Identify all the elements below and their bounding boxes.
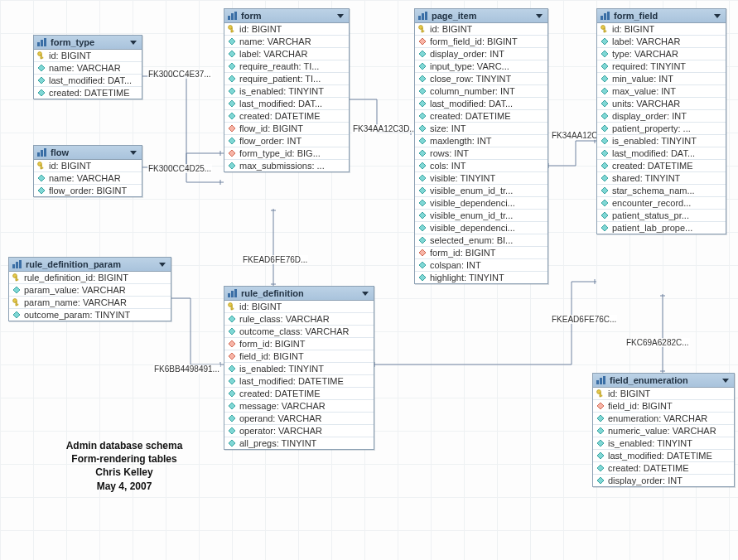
entity-header[interactable]: flow: [34, 146, 142, 160]
column-row[interactable]: max_value: INT: [597, 85, 726, 98]
column-row[interactable]: created: DATETIME: [224, 110, 349, 123]
column-row[interactable]: flow_id: BIGINT: [224, 123, 349, 135]
column-row[interactable]: name: VARCHAR: [34, 172, 142, 185]
column-row[interactable]: display_order: INT: [597, 110, 726, 123]
chevron-down-icon[interactable]: [714, 14, 721, 18]
column-row[interactable]: field_id: BIGINT: [593, 400, 734, 413]
chevron-down-icon[interactable]: [536, 14, 543, 18]
column-row[interactable]: require_reauth: TI...: [224, 60, 349, 73]
entity-field_enumeration[interactable]: field_enumerationid: BIGINTfield_id: BIG…: [592, 373, 735, 487]
column-row[interactable]: outcome_class: VARCHAR: [224, 326, 374, 338]
entity-flow[interactable]: flowid: BIGINTname: VARCHARflow_order: B…: [33, 145, 142, 197]
column-row[interactable]: maxlength: INT: [415, 135, 547, 147]
column-row[interactable]: require_patient: TI...: [224, 73, 349, 85]
column-row[interactable]: created: DATETIME: [597, 160, 726, 172]
column-row[interactable]: required: TINYINT: [597, 60, 726, 73]
entity-page_item[interactable]: page_itemid: BIGINTform_field_id: BIGINT…: [414, 8, 548, 284]
column-row[interactable]: last_modified: DAT...: [415, 98, 547, 110]
column-row[interactable]: operator: VARCHAR: [224, 425, 374, 437]
entity-header[interactable]: field_enumeration: [593, 374, 734, 388]
column-row[interactable]: id: BIGINT: [224, 23, 349, 36]
column-row[interactable]: type: VARCHAR: [597, 48, 726, 60]
column-row[interactable]: selected_enum: BI...: [415, 234, 547, 247]
column-row[interactable]: id: BIGINT: [415, 23, 547, 36]
column-row[interactable]: highlight: TINYINT: [415, 272, 547, 283]
column-row[interactable]: visible_dependenci...: [415, 197, 547, 210]
column-row[interactable]: visible_dependenci...: [415, 222, 547, 234]
column-row[interactable]: form_field_id: BIGINT: [415, 36, 547, 48]
column-row[interactable]: flow_order: INT: [224, 135, 349, 147]
column-row[interactable]: name: VARCHAR: [224, 36, 349, 48]
column-row[interactable]: message: VARCHAR: [224, 400, 374, 413]
column-row[interactable]: shared: TINYINT: [597, 172, 726, 185]
column-row[interactable]: visible_enum_id_tr...: [415, 185, 547, 197]
column-row[interactable]: patient_status_pr...: [597, 210, 726, 222]
column-row[interactable]: created: DATETIME: [593, 462, 734, 475]
column-row[interactable]: close_row: TINYINT: [415, 73, 547, 85]
column-row[interactable]: param_value: VARCHAR: [9, 284, 171, 297]
column-row[interactable]: all_pregs: TINYINT: [224, 437, 374, 449]
entity-header[interactable]: rule_definition: [224, 287, 374, 301]
column-row[interactable]: id: BIGINT: [34, 160, 142, 172]
entity-header[interactable]: form: [224, 9, 349, 23]
column-row[interactable]: label: VARCHAR: [597, 36, 726, 48]
column-row[interactable]: rule_definition_id: BIGINT: [9, 272, 171, 284]
column-row[interactable]: is_enabled: TINYINT: [597, 135, 726, 147]
column-row[interactable]: id: BIGINT: [34, 50, 142, 62]
column-row[interactable]: id: BIGINT: [224, 301, 374, 313]
column-row[interactable]: operand: VARCHAR: [224, 413, 374, 425]
column-row[interactable]: label: VARCHAR: [224, 48, 349, 60]
column-row[interactable]: created: DATETIME: [224, 388, 374, 400]
entity-form[interactable]: formid: BIGINTname: VARCHARlabel: VARCHA…: [224, 8, 350, 172]
column-row[interactable]: form_id: BIGINT: [224, 338, 374, 350]
column-row[interactable]: encounter_record...: [597, 197, 726, 210]
column-row[interactable]: last_modified: DAT...: [34, 75, 142, 87]
entity-header[interactable]: form_field: [597, 9, 726, 23]
column-row[interactable]: last_modified: DATETIME: [593, 450, 734, 462]
column-row[interactable]: visible: TINYINT: [415, 172, 547, 185]
column-row[interactable]: colspan: INT: [415, 259, 547, 272]
column-row[interactable]: star_schema_nam...: [597, 185, 726, 197]
column-row[interactable]: cols: INT: [415, 160, 547, 172]
chevron-down-icon[interactable]: [130, 41, 137, 45]
chevron-down-icon[interactable]: [362, 292, 369, 296]
chevron-down-icon[interactable]: [337, 14, 344, 18]
column-row[interactable]: name: VARCHAR: [34, 62, 142, 75]
column-row[interactable]: numeric_value: VARCHAR: [593, 425, 734, 437]
column-row[interactable]: display_order: INT: [415, 48, 547, 60]
entity-form_field[interactable]: form_fieldid: BIGINTlabel: VARCHARtype: …: [596, 8, 726, 234]
column-row[interactable]: created: DATETIME: [34, 87, 142, 99]
entity-rule_definition_param[interactable]: rule_definition_paramrule_definition_id:…: [8, 257, 171, 321]
column-row[interactable]: max_submissions: ...: [224, 160, 349, 171]
column-row[interactable]: last_modified: DAT...: [224, 98, 349, 110]
column-row[interactable]: patient_lab_prope...: [597, 222, 726, 234]
column-row[interactable]: last_modified: DATETIME: [224, 375, 374, 388]
entity-header[interactable]: rule_definition_param: [9, 258, 171, 272]
column-row[interactable]: is_enabled: TINYINT: [224, 363, 374, 375]
column-row[interactable]: is_enabled: TINYINT: [224, 85, 349, 98]
column-row[interactable]: input_type: VARC...: [415, 60, 547, 73]
column-row[interactable]: form_id: BIGINT: [415, 247, 547, 259]
column-row[interactable]: visible_enum_id_tr...: [415, 210, 547, 222]
entity-form_type[interactable]: form_typeid: BIGINTname: VARCHARlast_mod…: [33, 35, 142, 99]
column-row[interactable]: display_order: INT: [593, 475, 734, 486]
column-row[interactable]: outcome_param: TINYINT: [9, 309, 171, 321]
entity-header[interactable]: page_item: [415, 9, 547, 23]
column-row[interactable]: id: BIGINT: [593, 388, 734, 400]
column-row[interactable]: field_id: BIGINT: [224, 350, 374, 363]
chevron-down-icon[interactable]: [722, 379, 729, 383]
entity-rule_definition[interactable]: rule_definitionid: BIGINTrule_class: VAR…: [224, 286, 374, 450]
chevron-down-icon[interactable]: [159, 263, 166, 267]
column-row[interactable]: created: DATETIME: [415, 110, 547, 123]
column-row[interactable]: column_number: INT: [415, 85, 547, 98]
column-row[interactable]: min_value: INT: [597, 73, 726, 85]
column-row[interactable]: form_type_id: BIG...: [224, 147, 349, 160]
column-row[interactable]: units: VARCHAR: [597, 98, 726, 110]
entity-header[interactable]: form_type: [34, 36, 142, 50]
column-row[interactable]: flow_order: BIGINT: [34, 185, 142, 196]
column-row[interactable]: patient_property: ...: [597, 123, 726, 135]
column-row[interactable]: last_modified: DAT...: [597, 147, 726, 160]
column-row[interactable]: size: INT: [415, 123, 547, 135]
column-row[interactable]: rows: INT: [415, 147, 547, 160]
column-row[interactable]: param_name: VARCHAR: [9, 297, 171, 309]
